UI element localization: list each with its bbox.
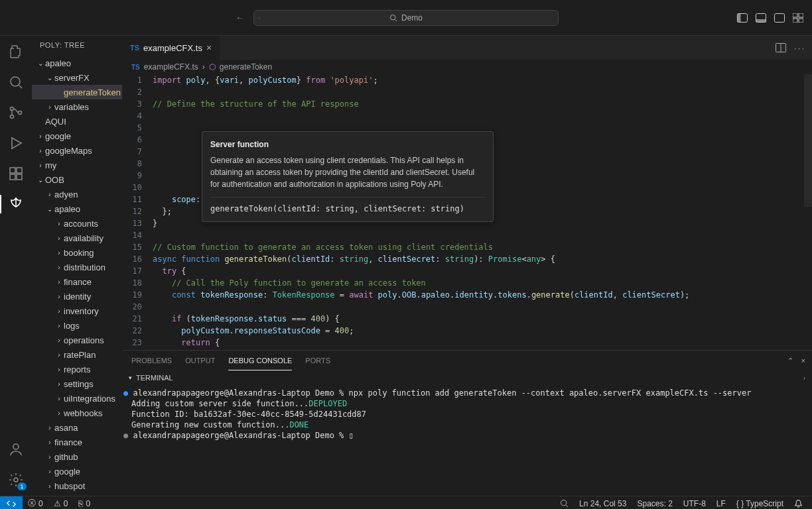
tree-item-label: identity (64, 292, 91, 302)
tree-item-ohip[interactable]: ›ohip (32, 493, 122, 496)
search-icon[interactable] (7, 73, 25, 91)
tree-item-label: logs (64, 321, 80, 331)
layout-grid-icon[interactable] (792, 12, 804, 24)
panel-close-icon[interactable]: × (801, 357, 805, 365)
tree-item-finance[interactable]: ›finance (32, 274, 122, 289)
tree-item-google[interactable]: ›google (32, 464, 122, 479)
status-item[interactable]: UTF-8 (678, 499, 711, 508)
tree-item-variables[interactable]: ›variables (32, 99, 122, 114)
settings-icon[interactable]: 1 (7, 471, 25, 489)
tab-close-icon[interactable]: × (206, 42, 212, 53)
status-item[interactable]: LF (711, 499, 731, 508)
tree-item-logs[interactable]: ›logs (32, 318, 122, 333)
chevron-right-icon: › (54, 351, 64, 359)
explorer-icon[interactable] (7, 42, 25, 61)
tree-item-googlemaps[interactable]: ›googleMaps (32, 143, 122, 158)
tree-item-inventory[interactable]: ›inventory (32, 304, 122, 318)
tree-item-adyen[interactable]: ›adyen (32, 187, 122, 201)
activity-bar: 1 (0, 36, 32, 496)
tree-item-label: reports (64, 365, 90, 374)
panel-right-icon[interactable] (774, 12, 785, 24)
tree-item-google[interactable]: ›google (32, 129, 122, 143)
svg-rect-6 (775, 13, 785, 22)
tree-item-github[interactable]: ›github (32, 449, 122, 464)
panel-maximize-icon[interactable]: ⌃ (787, 357, 793, 365)
chevron-right-icon: › (54, 264, 64, 271)
tree-item-apaleo[interactable]: ⌄apaleo (32, 56, 122, 70)
tree-item-finance[interactable]: ›finance (32, 435, 122, 449)
tree-item-aqui[interactable]: AQUI (32, 114, 122, 129)
notifications-icon[interactable] (789, 499, 808, 508)
tree-item-label: github (54, 452, 78, 462)
extensions-icon[interactable] (7, 164, 25, 183)
breadcrumb-sep: › (202, 62, 205, 72)
terminal[interactable]: ● alexandrapapageorge@Alexandras-Laptop … (122, 385, 812, 496)
tree-item-generatetoken[interactable]: generateToken (32, 85, 122, 99)
tree-item-my[interactable]: ›my (32, 158, 122, 172)
panel-bottom-icon[interactable] (755, 12, 767, 24)
tree-item-rateplan[interactable]: ›ratePlan (32, 347, 122, 362)
status-ports[interactable]: ⎘0 (73, 499, 96, 508)
chevron-right-icon: › (54, 380, 64, 388)
svg-point-13 (10, 107, 13, 111)
tree: ⌄apaleo⌄serverFXgenerateToken›variablesA… (32, 56, 122, 496)
lightbulb-icon[interactable]: 💡 (138, 349, 148, 350)
tree-item-hubspot[interactable]: ›hubspot (32, 479, 122, 493)
status-item[interactable]: Ln 24, Col 53 (574, 499, 632, 508)
breadcrumb[interactable]: TS exampleCFX.ts › ⬡ generateToken (122, 60, 812, 74)
tree-item-booking[interactable]: ›booking (32, 245, 122, 260)
nav-forward-icon[interactable]: → (253, 13, 262, 23)
chevron-right-icon: › (54, 395, 64, 402)
chevron-right-icon: › (45, 468, 54, 475)
chevron-right-icon: › (36, 133, 45, 140)
split-editor-icon[interactable] (776, 43, 786, 52)
tree-item-settings[interactable]: ›settings (32, 376, 122, 391)
nav-back-icon[interactable]: ← (236, 13, 244, 23)
chevron-down-icon: ⌄ (36, 60, 45, 67)
status-warnings[interactable]: ⚠0 (48, 499, 74, 508)
svg-point-14 (10, 115, 13, 119)
tree-item-uiintegrations[interactable]: ›uiIntegrations (32, 391, 122, 406)
minimap[interactable] (804, 74, 812, 207)
status-errors[interactable]: ⓧ0 (23, 498, 48, 509)
tree-item-label: operations (64, 335, 104, 345)
breadcrumb-file: exampleCFX.ts (144, 62, 198, 72)
panel-tab-debug-console[interactable]: DEBUG CONSOLE (228, 351, 292, 370)
tree-item-distribution[interactable]: ›distribution (32, 260, 122, 274)
panel-tab-output[interactable]: OUTPUT (185, 351, 215, 370)
source-control-icon[interactable] (7, 103, 25, 122)
warning-icon: ⚠ (54, 499, 61, 508)
tab-examplecfx[interactable]: TS exampleCFX.ts × (122, 36, 220, 60)
tree-item-webhooks[interactable]: ›webhooks (32, 406, 122, 420)
tree-item-serverfx[interactable]: ⌄serverFX (32, 70, 122, 85)
terminal-header[interactable]: ▾ TERMINAL › (122, 370, 812, 385)
tree-item-identity[interactable]: ›identity (32, 289, 122, 304)
tree-item-label: googleMaps (45, 146, 92, 156)
tree-item-oob[interactable]: ⌄OOB (32, 172, 122, 187)
status-zoom[interactable] (555, 499, 574, 508)
panel-tab-ports[interactable]: PORTS (305, 351, 330, 370)
status-item[interactable]: { } TypeScript (731, 499, 789, 508)
command-center[interactable]: Demo (253, 10, 559, 26)
status-item[interactable]: Spaces: 2 (632, 499, 677, 508)
tree-item-operations[interactable]: ›operations (32, 333, 122, 347)
more-actions-icon[interactable]: ··· (794, 43, 805, 53)
tree-item-apaleo[interactable]: ⌄apaleo (32, 201, 122, 216)
tree-item-availability[interactable]: ›availability (32, 231, 122, 245)
panel-tab-problems[interactable]: PROBLEMS (131, 351, 172, 370)
svg-rect-7 (793, 13, 797, 17)
account-icon[interactable] (7, 440, 25, 459)
poly-icon[interactable] (7, 195, 25, 213)
tree-item-accounts[interactable]: ›accounts (32, 216, 122, 231)
tree-item-asana[interactable]: ›asana (32, 420, 122, 435)
sidebar-title: POLY: TREE (32, 36, 122, 56)
symbol-method-icon: ⬡ (209, 62, 216, 72)
tree-item-reports[interactable]: ›reports (32, 362, 122, 376)
run-debug-icon[interactable] (7, 134, 25, 152)
tree-item-label: settings (64, 379, 94, 389)
panel-left-icon[interactable] (736, 12, 748, 24)
svg-line-25 (566, 505, 568, 507)
remote-indicator[interactable] (0, 496, 23, 509)
chevron-right-icon[interactable]: › (803, 374, 805, 382)
svg-point-20 (13, 444, 19, 449)
